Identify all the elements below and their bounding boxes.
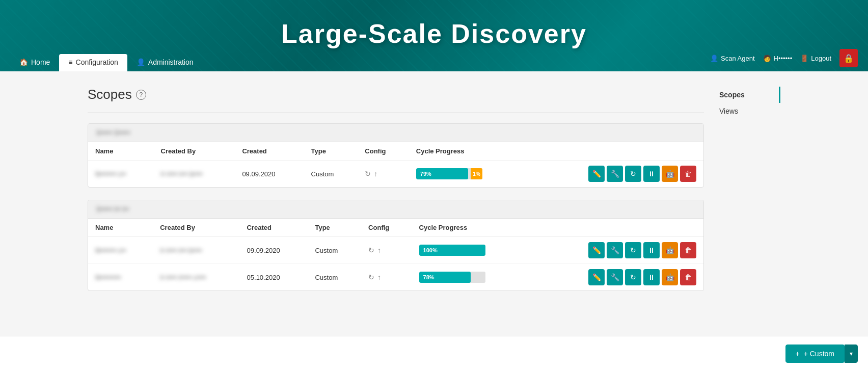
- refresh-button[interactable]: ↻: [625, 242, 641, 258]
- robot-button[interactable]: 🤖: [662, 269, 678, 285]
- scope-group-1-header: S••••• S•••••: [88, 124, 703, 142]
- edit-button[interactable]: ✏️: [588, 166, 605, 182]
- scope-group-1: S••••• S••••• Name Created By Created Ty…: [88, 123, 704, 188]
- logout-link[interactable]: 🚪 Logout: [800, 55, 831, 62]
- row2-actions: ✏️ 🔧 ↻ ⏸ 🤖 🗑: [535, 242, 696, 258]
- scan-agent-icon: 👤: [710, 55, 718, 62]
- row1-createdby: I• i•••• i••• b••••: [161, 170, 203, 178]
- robot-button[interactable]: 🤖: [662, 242, 678, 258]
- config-refresh-icon[interactable]: ↻: [368, 273, 374, 281]
- scope-group-1-title: S••••• S•••••: [96, 129, 130, 137]
- config-upload-icon[interactable]: ↑: [374, 170, 377, 178]
- scope-group-2-header: S••••• I•• I••: [88, 200, 703, 219]
- edit-button[interactable]: ✏️: [588, 269, 605, 285]
- row1-created: 09.09.2020: [235, 161, 304, 188]
- config-refresh-icon[interactable]: ↻: [365, 170, 371, 178]
- logout-icon: 🚪: [800, 55, 808, 62]
- row3-type: Custom: [308, 264, 361, 291]
- delete-button[interactable]: 🗑: [680, 166, 696, 182]
- row1-name: N••••••• c••: [95, 170, 126, 178]
- scope-group-2: S••••• I•• I•• Name Created By Created T…: [88, 200, 704, 291]
- row3-actions: ✏️ 🔧 ↻ ⏸ 🤖 🗑: [535, 269, 696, 285]
- row1-config: ↻ ↑: [365, 170, 401, 178]
- app-title: Large-Scale Discovery: [281, 18, 587, 49]
- sidebar-item-scopes[interactable]: Scopes: [719, 87, 780, 103]
- row2-config: ↻ ↑: [368, 246, 404, 254]
- row3-config: ↻ ↑: [368, 273, 404, 281]
- nav-home[interactable]: 🏠 Home: [10, 54, 59, 71]
- sidebar-item-views[interactable]: Views: [719, 103, 780, 119]
- row3-createdby: I• i•••• i••••• c••••: [160, 274, 206, 281]
- content-area: Scopes ? S••••• S••••• Name Created By C…: [88, 87, 704, 303]
- pause-button[interactable]: ⏸: [643, 166, 660, 182]
- row2-created: 09.09.2020: [240, 237, 308, 264]
- nav-left: 🏠 Home ≡ Configuration 👤 Administration: [10, 54, 203, 71]
- nav-right: 👤 Scan Agent 🧑 H•••••• 🚪 Logout 🔒: [710, 49, 858, 71]
- page-title-area: Scopes ?: [88, 87, 704, 102]
- col-progress-2: Cycle Progress: [412, 219, 528, 237]
- settings-button[interactable]: 🔧: [607, 242, 623, 258]
- row3-progress-label: 78%: [421, 274, 437, 280]
- row2-name: N••••••• c••: [95, 247, 126, 254]
- col-name-1: Name: [88, 142, 154, 161]
- col-createdby-2: Created By: [153, 219, 239, 237]
- lock-button[interactable]: 🔒: [839, 49, 858, 67]
- row2-createdby: I• i•••• i••• b••••: [160, 247, 202, 254]
- table-row: N••••••• c•• I• i•••• i••• b•••• 09.09.2…: [88, 161, 703, 188]
- scope-group-1-table: Name Created By Created Type Config Cycl…: [88, 142, 703, 187]
- col-createdby-1: Created By: [154, 142, 235, 161]
- col-config-2: Config: [361, 219, 412, 237]
- edit-button[interactable]: ✏️: [588, 242, 605, 258]
- row2-type: Custom: [308, 237, 361, 264]
- config-refresh-icon[interactable]: ↻: [368, 246, 374, 254]
- header: Large-Scale Discovery 🏠 Home ≡ Configura…: [0, 0, 868, 71]
- config-upload-icon[interactable]: ↑: [377, 246, 381, 254]
- row2-progress-label: 100%: [421, 247, 440, 253]
- row1-progress: 79% 1%: [416, 168, 482, 179]
- col-created-2: Created: [240, 219, 308, 237]
- delete-button[interactable]: 🗑: [680, 242, 696, 258]
- col-config-1: Config: [358, 142, 409, 161]
- row2-progress: 100%: [419, 245, 485, 256]
- row3-name: N•••••••••: [95, 274, 121, 281]
- row1-actions: ✏️ 🔧 ↻ ⏸ 🤖 🗑: [533, 166, 696, 182]
- pause-button[interactable]: ⏸: [643, 242, 660, 258]
- robot-button[interactable]: 🤖: [662, 166, 678, 182]
- settings-button[interactable]: 🔧: [607, 166, 623, 182]
- col-type-1: Type: [304, 142, 358, 161]
- config-icon: ≡: [68, 58, 72, 66]
- col-type-2: Type: [308, 219, 361, 237]
- col-created-1: Created: [235, 142, 304, 161]
- user-profile-link[interactable]: 🧑 H••••••: [763, 55, 793, 62]
- main-content: Scopes ? S••••• S••••• Name Created By C…: [77, 71, 791, 319]
- user-avatar-icon: 🧑: [763, 55, 771, 62]
- scope-group-2-table: Name Created By Created Type Config Cycl…: [88, 219, 703, 290]
- row1-progress-label: 79%: [418, 171, 433, 177]
- row3-progress: 78%: [419, 272, 485, 283]
- delete-button[interactable]: 🗑: [680, 269, 696, 285]
- sidebar: Scopes Views: [719, 87, 780, 303]
- scan-agent-link[interactable]: 👤 Scan Agent: [710, 55, 755, 62]
- table-row: N••••••• c•• I• i•••• i••• b•••• 09.09.2…: [88, 237, 703, 264]
- pause-button[interactable]: ⏸: [643, 269, 660, 285]
- main-nav: 🏠 Home ≡ Configuration 👤 Administration …: [0, 49, 868, 71]
- refresh-button[interactable]: ↻: [625, 166, 641, 182]
- col-actions-2: [528, 219, 703, 237]
- refresh-button[interactable]: ↻: [625, 269, 641, 285]
- home-icon: 🏠: [19, 58, 28, 66]
- admin-icon: 👤: [137, 58, 145, 66]
- scope-group-2-title: S••••• I•• I••: [96, 205, 129, 213]
- row3-created: 05.10.2020: [240, 264, 308, 291]
- row1-progress-badge: 1%: [471, 168, 482, 179]
- help-icon[interactable]: ?: [136, 90, 146, 100]
- col-name-2: Name: [88, 219, 153, 237]
- settings-button[interactable]: 🔧: [607, 269, 623, 285]
- nav-administration[interactable]: 👤 Administration: [127, 54, 203, 71]
- config-upload-icon[interactable]: ↑: [377, 273, 381, 281]
- row1-type: Custom: [304, 161, 358, 188]
- nav-configuration[interactable]: ≡ Configuration: [59, 54, 127, 71]
- col-progress-1: Cycle Progress: [409, 142, 526, 161]
- col-actions-1: [526, 142, 703, 161]
- page-title: Scopes: [88, 87, 132, 102]
- table-row: N••••••••• I• i•••• i••••• c•••• 05.10.2…: [88, 264, 703, 291]
